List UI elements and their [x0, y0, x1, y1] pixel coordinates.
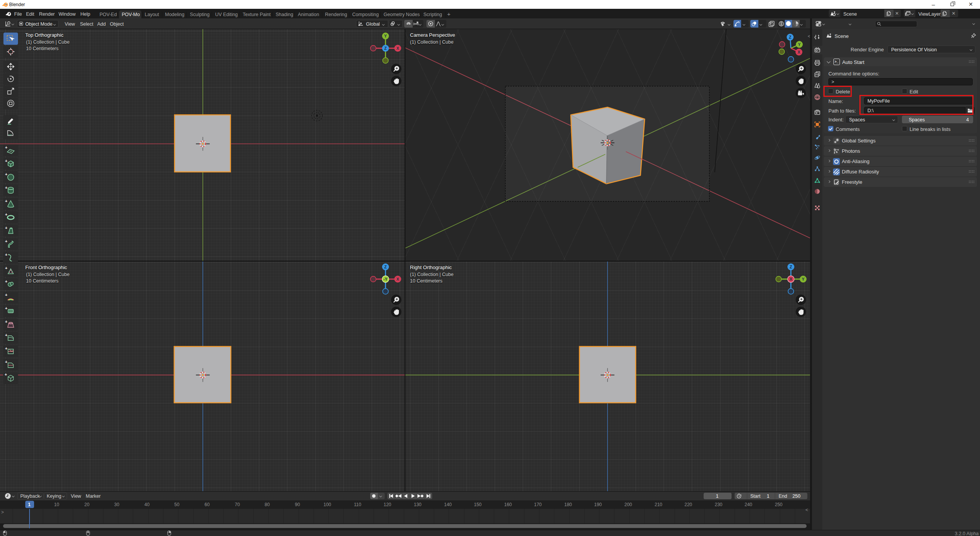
svg-text:Z: Z: [384, 46, 387, 51]
svg-text:Y: Y: [802, 277, 804, 281]
svg-text:Y: Y: [384, 34, 387, 38]
svg-text:∞: ∞: [10, 149, 12, 153]
svg-text:X: X: [396, 46, 399, 51]
svg-text:Z: Z: [790, 265, 792, 269]
svg-text:Z: Z: [789, 35, 792, 39]
svg-text:X: X: [797, 50, 800, 54]
svg-text:-Y: -Y: [384, 277, 388, 281]
svg-text:X: X: [789, 277, 792, 281]
svg-text:Y: Y: [798, 42, 800, 47]
svg-text:Z: Z: [384, 265, 387, 269]
svg-text:X: X: [396, 277, 399, 281]
